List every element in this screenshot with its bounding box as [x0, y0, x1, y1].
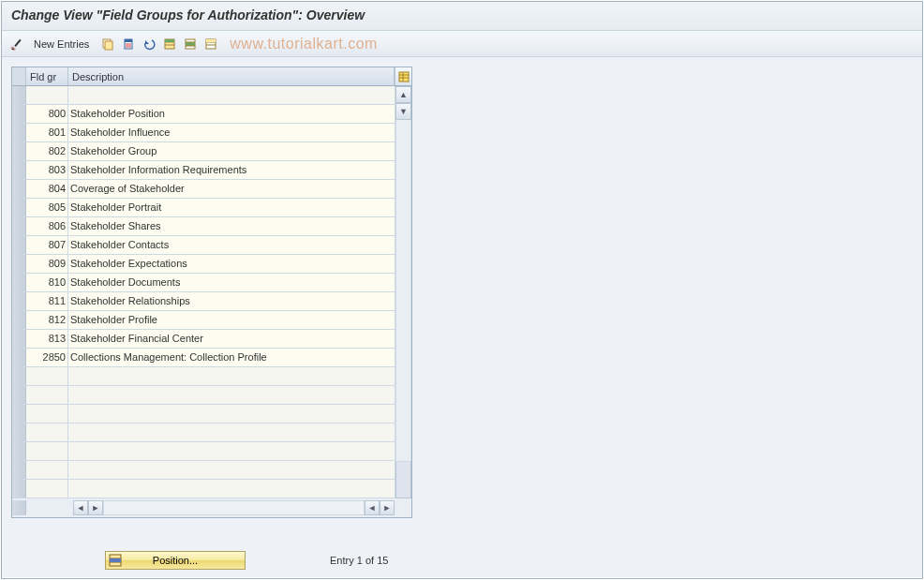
row-selector[interactable] — [12, 461, 26, 479]
table-row[interactable]: 807Stakeholder Contacts — [12, 236, 395, 255]
cell-description[interactable]: Stakeholder Portrait — [68, 199, 395, 216]
cell-fld-gr[interactable]: 807 — [26, 236, 68, 254]
cell-fld-gr[interactable]: 803 — [26, 161, 68, 179]
row-selector[interactable] — [12, 86, 26, 104]
scroll-down-button[interactable]: ▼ — [395, 103, 411, 120]
scroll-right2-button[interactable]: ► — [380, 500, 395, 515]
cell-fld-gr[interactable]: 805 — [26, 199, 68, 216]
cell-description[interactable]: Stakeholder Profile — [68, 311, 395, 329]
cell-description[interactable]: Stakeholder Shares — [68, 217, 395, 235]
table-row[interactable]: 801Stakeholder Influence — [12, 124, 395, 142]
cell-description[interactable]: Stakeholder Group — [68, 142, 395, 160]
cell-description[interactable]: Coverage of Stakeholder — [68, 180, 395, 198]
table-row[interactable] — [12, 367, 395, 386]
cell-fld-gr[interactable]: 813 — [26, 330, 68, 348]
cell-description[interactable]: Stakeholder Relationships — [68, 292, 395, 310]
table-row[interactable]: 809Stakeholder Expectations — [12, 255, 395, 274]
cell-fld-gr[interactable]: 812 — [26, 311, 68, 329]
cell-fld-gr[interactable]: 806 — [26, 217, 68, 235]
table-row[interactable] — [12, 86, 395, 105]
row-selector[interactable] — [12, 274, 26, 291]
cell-fld-gr[interactable]: 800 — [26, 105, 68, 123]
cell-description[interactable] — [68, 461, 395, 479]
cell-fld-gr[interactable]: 810 — [26, 274, 68, 291]
cell-fld-gr[interactable] — [26, 480, 68, 498]
cell-description[interactable] — [68, 386, 395, 404]
cell-fld-gr[interactable]: 811 — [26, 292, 68, 310]
cell-fld-gr[interactable] — [26, 461, 68, 479]
row-selector[interactable] — [12, 105, 26, 123]
cell-fld-gr[interactable] — [26, 424, 68, 441]
table-row[interactable]: 805Stakeholder Portrait — [12, 199, 395, 217]
table-row[interactable] — [12, 405, 395, 424]
deselect-all-button[interactable] — [201, 35, 220, 53]
table-settings-button[interactable] — [395, 67, 411, 85]
row-selector[interactable] — [12, 142, 26, 160]
cell-description[interactable]: Stakeholder Documents — [68, 274, 395, 291]
cell-description[interactable]: Stakeholder Information Requirements — [68, 161, 395, 179]
position-button[interactable]: Position... — [105, 551, 246, 570]
row-selector[interactable] — [12, 311, 26, 329]
table-row[interactable]: 811Stakeholder Relationships — [12, 292, 395, 311]
cell-fld-gr[interactable]: 809 — [26, 255, 68, 273]
table-row[interactable]: 800Stakeholder Position — [12, 105, 395, 124]
cell-description[interactable]: Stakeholder Contacts — [68, 236, 395, 254]
scroll-up-button[interactable]: ▲ — [395, 86, 411, 103]
cell-fld-gr[interactable]: 2850 — [26, 349, 68, 366]
row-selector[interactable] — [12, 124, 26, 141]
table-row[interactable]: 813Stakeholder Financial Center — [12, 330, 395, 349]
row-selector[interactable] — [12, 367, 26, 385]
scroll-left2-button[interactable]: ◄ — [365, 500, 380, 515]
hscroll-track[interactable] — [103, 500, 365, 515]
vertical-scrollbar[interactable]: ▲ ▼ — [395, 86, 411, 498]
row-selector[interactable] — [12, 424, 26, 441]
column-header-fld-gr[interactable]: Fld gr — [26, 67, 68, 85]
column-selector[interactable] — [12, 67, 26, 85]
cell-description[interactable]: Stakeholder Influence — [68, 124, 395, 141]
table-row[interactable] — [12, 442, 395, 461]
row-selector[interactable] — [12, 349, 26, 366]
row-selector[interactable] — [12, 386, 26, 404]
table-row[interactable]: 812Stakeholder Profile — [12, 311, 395, 330]
select-block-button[interactable] — [181, 35, 200, 53]
row-selector[interactable] — [12, 236, 26, 254]
cell-description[interactable]: Collections Management: Collection Profi… — [68, 349, 395, 366]
cell-description[interactable]: Stakeholder Expectations — [68, 255, 395, 273]
select-all-button[interactable] — [160, 35, 179, 53]
table-row[interactable] — [12, 424, 395, 442]
row-selector[interactable] — [12, 180, 26, 198]
undo-change-button[interactable] — [140, 35, 158, 53]
cell-description[interactable] — [68, 442, 395, 460]
row-selector[interactable] — [12, 199, 26, 216]
horizontal-scrollbar[interactable]: ◄ ► ◄ ► — [26, 500, 395, 515]
scroll-right-button[interactable]: ► — [88, 500, 103, 515]
row-selector[interactable] — [12, 255, 26, 273]
row-selector[interactable] — [12, 442, 26, 460]
row-selector[interactable] — [12, 330, 26, 348]
cell-description[interactable]: Stakeholder Financial Center — [68, 330, 395, 348]
cell-fld-gr[interactable] — [26, 405, 68, 423]
table-row[interactable]: 2850Collections Management: Collection P… — [12, 349, 395, 367]
copy-as-button[interactable] — [98, 35, 117, 53]
cell-description[interactable] — [68, 86, 395, 104]
table-row[interactable] — [12, 480, 395, 498]
table-row[interactable]: 810Stakeholder Documents — [12, 274, 395, 292]
delete-button[interactable] — [119, 35, 138, 53]
scroll-left-button[interactable]: ◄ — [73, 500, 88, 515]
row-selector[interactable] — [12, 217, 26, 235]
cell-fld-gr[interactable] — [26, 86, 68, 104]
cell-description[interactable] — [68, 367, 395, 385]
scroll-track[interactable] — [395, 120, 411, 461]
cell-fld-gr[interactable] — [26, 367, 68, 385]
cell-description[interactable]: Stakeholder Position — [68, 105, 395, 123]
cell-fld-gr[interactable]: 801 — [26, 124, 68, 141]
table-row[interactable]: 802Stakeholder Group — [12, 142, 395, 161]
new-entries-button[interactable]: New Entries — [28, 37, 95, 52]
cell-fld-gr[interactable]: 802 — [26, 142, 68, 160]
table-row[interactable]: 803Stakeholder Information Requirements — [12, 161, 395, 180]
toggle-display-change-button[interactable] — [7, 35, 26, 53]
cell-description[interactable] — [68, 480, 395, 498]
row-selector[interactable] — [12, 480, 26, 498]
table-row[interactable]: 804Coverage of Stakeholder — [12, 180, 395, 199]
cell-fld-gr[interactable]: 804 — [26, 180, 68, 198]
